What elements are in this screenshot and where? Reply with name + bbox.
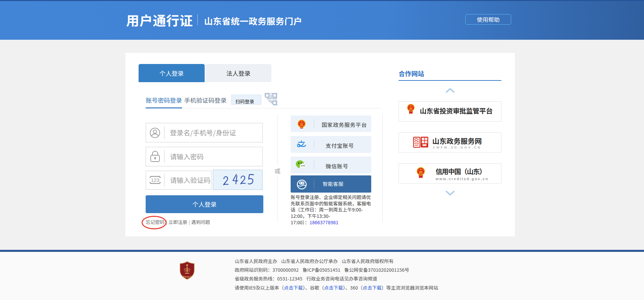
svg-text:党政机关: 党政机关	[182, 275, 192, 278]
svg-text:123: 123	[151, 177, 159, 183]
